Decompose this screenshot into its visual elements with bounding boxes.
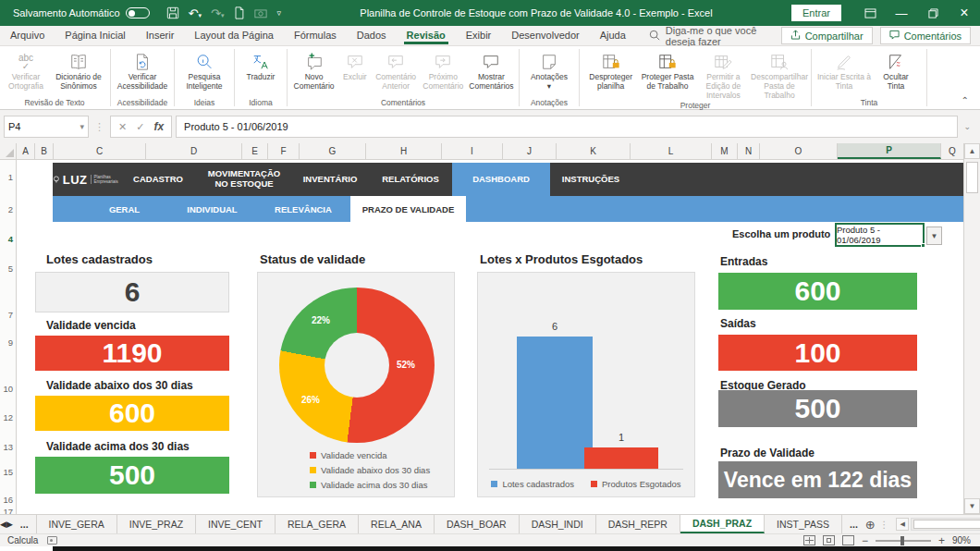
traduzir-button[interactable]: Traduzir: [238, 48, 284, 82]
column-header[interactable]: O: [760, 143, 838, 159]
pesquisa-inteligente-button[interactable]: Pesquisa Inteligente: [178, 48, 231, 92]
column-header[interactable]: L: [631, 143, 712, 159]
fill-handle[interactable]: [921, 243, 925, 248]
column-header[interactable]: M: [712, 143, 738, 159]
iniciar-escrita-tinta-button[interactable]: Iniciar Escrita à Tinta: [815, 48, 874, 92]
column-header[interactable]: D: [146, 143, 242, 159]
column-header[interactable]: B: [35, 143, 54, 159]
column-header[interactable]: G: [300, 143, 366, 159]
hscroll-left-icon[interactable]: ◀: [896, 518, 909, 531]
column-header[interactable]: C: [54, 143, 146, 159]
column-header[interactable]: A: [17, 143, 35, 159]
row-header[interactable]: 10: [3, 384, 13, 394]
zoom-slider-thumb[interactable]: [900, 536, 904, 545]
sheet-nav-left-icon[interactable]: ◀: [0, 515, 6, 533]
name-box[interactable]: P4 ▾: [4, 116, 89, 138]
column-header-selected[interactable]: P: [838, 143, 941, 159]
page-break-view-icon[interactable]: [842, 535, 854, 545]
proximo-comentario-button[interactable]: Próximo Comentário: [420, 48, 467, 92]
print-preview-icon[interactable]: [233, 6, 245, 19]
tab-revisao[interactable]: Revisão: [397, 27, 456, 44]
row-header[interactable]: 16: [3, 495, 13, 505]
comments-button[interactable]: Comentários: [880, 27, 971, 44]
tab-formulas[interactable]: Fórmulas: [284, 27, 347, 44]
row-header[interactable]: 15: [3, 467, 13, 477]
macro-record-icon[interactable]: [47, 536, 57, 545]
tab-exibir[interactable]: Exibir: [456, 27, 502, 44]
autosave-toggle[interactable]: [126, 7, 150, 18]
tell-me-search[interactable]: Diga-me o que você deseja fazer: [649, 25, 781, 47]
horizontal-scrollbar[interactable]: ◀ ▶: [892, 515, 980, 533]
zoom-out-icon[interactable]: −: [862, 534, 868, 547]
row-header[interactable]: 12: [3, 412, 13, 422]
vertical-scroll-thumb[interactable]: [966, 162, 978, 193]
row-header[interactable]: 1: [8, 172, 13, 182]
proteger-pasta-trabalho-button[interactable]: Proteger Pasta de Trabalho: [639, 48, 695, 92]
sheet-tab-rela-gera[interactable]: RELA_GERA: [276, 515, 359, 533]
subnav-tab-prazo-validade[interactable]: PRAZO DE VALIDADE: [350, 196, 466, 222]
expand-formula-bar-icon[interactable]: ⌄: [962, 122, 976, 131]
desproteger-planilha-button[interactable]: Desproteger planilha: [582, 48, 639, 92]
column-header[interactable]: J: [503, 143, 557, 159]
redo-icon[interactable]: ↷▾: [211, 7, 224, 19]
sheet-tab-inve-gera[interactable]: INVE_GERA: [36, 515, 117, 533]
tab-layout-da-pagina[interactable]: Layout da Página: [184, 27, 284, 44]
tab-ajuda[interactable]: Ajuda: [590, 27, 636, 44]
collapse-ribbon-icon[interactable]: ⌃: [962, 95, 969, 105]
scroll-down-icon[interactable]: ▼: [964, 498, 980, 514]
sheet-tab-dash-repr[interactable]: DASH_REPR: [596, 515, 680, 533]
ocultar-tinta-button[interactable]: Ocultar Tinta: [874, 48, 918, 92]
dicionario-sinonimos-button[interactable]: Dicionário de Sinônimos: [50, 48, 107, 92]
column-header[interactable]: E: [242, 143, 268, 159]
sheet-tab-inve-cent[interactable]: INVE_CENT: [196, 515, 276, 533]
row-header[interactable]: 7: [8, 310, 13, 320]
camera-icon[interactable]: [254, 7, 267, 18]
row-header[interactable]: 2: [8, 204, 13, 214]
nav-tab-cadastro[interactable]: CADASTRO: [119, 163, 197, 196]
nav-tab-movimentacao[interactable]: MOVIMENTAÇÃO NO ESTOQUE: [197, 163, 291, 196]
sheet-nav-right-icon[interactable]: ▶: [6, 515, 13, 533]
column-header[interactable]: N: [738, 143, 760, 159]
undo-icon[interactable]: ↶▾: [189, 7, 202, 19]
sheet-overflow-left[interactable]: ...: [13, 515, 36, 533]
product-selector-cell[interactable]: Produto 5 - 01/06/2019: [835, 223, 925, 247]
zoom-level[interactable]: 90%: [952, 535, 971, 545]
tab-dados[interactable]: Dados: [347, 27, 397, 44]
column-header[interactable]: K: [557, 143, 631, 159]
comentario-anterior-button[interactable]: Comentário Anterior: [373, 48, 420, 92]
tab-pagina-inicial[interactable]: Página Inicial: [55, 27, 135, 44]
column-header[interactable]: H: [366, 143, 442, 159]
scroll-up-icon[interactable]: ▲: [964, 143, 980, 159]
hscroll-thumb[interactable]: [913, 520, 980, 529]
descompartilhar-pasta-button[interactable]: Descompartilhar Pasta de Trabalho: [751, 48, 808, 100]
row-header[interactable]: 9: [8, 337, 13, 348]
sheet-tab-dash-indi[interactable]: DASH_INDI: [520, 515, 596, 533]
share-button[interactable]: Compartilhar: [781, 27, 873, 44]
zoom-in-icon[interactable]: +: [938, 534, 945, 547]
anotacoes-button[interactable]: Anotações▾: [522, 48, 576, 92]
sheet-tab-inst-pass[interactable]: INST_PASS: [765, 515, 842, 533]
add-sheet-icon[interactable]: ⊕: [865, 515, 876, 533]
sheet-tab-dash-boar[interactable]: DASH_BOAR: [435, 515, 520, 533]
nav-tab-relatorios[interactable]: RELATÓRIOS: [369, 163, 452, 196]
cancel-entry-icon[interactable]: ✕: [118, 121, 127, 133]
tab-inserir[interactable]: Inserir: [136, 27, 185, 44]
confirm-entry-icon[interactable]: ✓: [136, 121, 144, 133]
sign-in-button[interactable]: Entrar: [791, 5, 841, 21]
formula-input[interactable]: Produto 5 - 01/06/2019: [176, 116, 958, 138]
nav-tab-inventario[interactable]: INVENTÁRIO: [291, 163, 369, 196]
minimize-button[interactable]: —: [886, 0, 917, 26]
subnav-tab-geral[interactable]: GERAL: [80, 196, 168, 222]
name-box-dropdown-icon[interactable]: ▾: [80, 122, 84, 131]
normal-view-icon[interactable]: [803, 535, 815, 545]
mostrar-comentarios-button[interactable]: Mostrar Comentários: [467, 48, 516, 92]
nav-tab-dashboard[interactable]: DASHBOARD: [452, 163, 550, 196]
column-header[interactable]: F: [268, 143, 300, 159]
subnav-tab-individual[interactable]: INDIVIDUAL: [168, 196, 256, 222]
verificar-ortografia-button[interactable]: abc✓ Verificar Ortografia: [2, 48, 50, 92]
excluir-comentario-button[interactable]: Excluir: [337, 48, 372, 82]
sheet-overflow-right[interactable]: ...: [842, 515, 865, 533]
zoom-slider[interactable]: [876, 540, 931, 542]
tab-desenvolvedor[interactable]: Desenvolvedor: [501, 27, 589, 44]
save-icon[interactable]: [166, 6, 179, 19]
